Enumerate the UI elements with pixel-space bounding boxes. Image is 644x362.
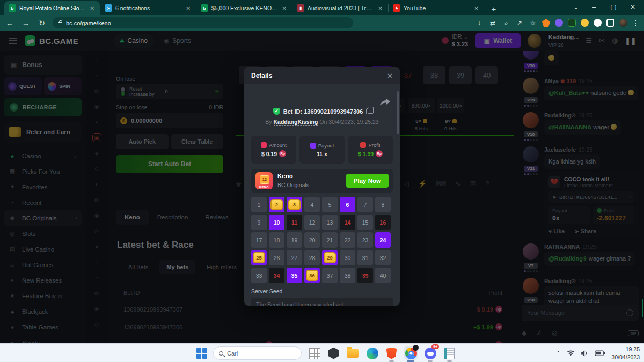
keno-cell-40[interactable]: 40 [375, 268, 391, 283]
taskbar-stats-app[interactable] [308, 346, 321, 360]
minimize-button[interactable]: – [585, 0, 603, 14]
stat-value-text: 11 x [317, 151, 327, 157]
play-now-button[interactable]: Play Now [346, 174, 389, 188]
taskbar-hexagon-app[interactable] [327, 346, 340, 360]
keno-cell-17[interactable]: 17 [251, 232, 267, 248]
translate-icon[interactable]: ⇄ [488, 19, 497, 27]
taskbar-notepad[interactable] [443, 346, 456, 360]
taskbar-file-explorer[interactable] [346, 346, 360, 360]
profile-avatar[interactable] [619, 19, 627, 27]
back-icon[interactable]: ← [4, 19, 15, 27]
keno-cell-10[interactable]: 10 [269, 215, 284, 230]
keno-cell-34[interactable]: 34 [269, 268, 284, 283]
keno-cell-12[interactable]: 12 [304, 215, 320, 230]
keno-cell-38[interactable]: 38 [340, 268, 355, 283]
close-window-button[interactable]: ✕ [624, 0, 642, 14]
tab-close-icon[interactable]: ✕ [377, 5, 384, 11]
browser-tab[interactable]: ➤6 notifications✕ [100, 1, 196, 15]
keno-cell-32[interactable]: 32 [375, 250, 391, 265]
keno-cell-37[interactable]: 37 [322, 268, 338, 283]
keno-cell-15[interactable]: 15 [357, 215, 373, 230]
browser-tab[interactable]: b$5,000 Exclusive KENO Prestige C✕ [196, 1, 292, 15]
purple-extension-icon[interactable] [555, 19, 563, 27]
square-extension-icon[interactable] [606, 19, 614, 27]
verified-shield-icon: ✓ [273, 108, 280, 115]
tab-close-icon[interactable]: ✕ [281, 5, 288, 11]
modal-scrollbar[interactable] [397, 91, 399, 134]
keno-cell-30[interactable]: 30 [340, 250, 355, 265]
keno-cell-29[interactable]: 29 [322, 250, 338, 265]
tab-close-icon[interactable]: ✕ [89, 5, 96, 11]
modal-share-icon[interactable] [380, 98, 390, 106]
taskbar-brave[interactable] [385, 346, 398, 360]
copy-icon[interactable] [366, 108, 371, 114]
tab-close-icon[interactable]: ✕ [473, 5, 480, 11]
taskbar-search[interactable]: Cari [213, 346, 302, 360]
stat-label-text: Payout [318, 143, 334, 149]
player-name-link[interactable]: KaddangKissing [274, 119, 318, 126]
bookmark-star-icon[interactable]: ☆ [529, 19, 537, 27]
keno-cell-19[interactable]: 19 [287, 232, 302, 248]
keno-cell-31[interactable]: 31 [357, 250, 373, 265]
key-extension-icon[interactable] [581, 19, 589, 27]
keno-cell-3[interactable]: 3 [287, 197, 302, 212]
taskbar-chrome[interactable] [404, 346, 418, 360]
keno-cell-4[interactable]: 4 [304, 197, 320, 212]
green-extension-icon[interactable] [568, 19, 576, 27]
start-button[interactable] [196, 348, 207, 359]
maximize-button[interactable]: ▢ [604, 0, 623, 14]
keno-cell-13[interactable]: 13 [322, 215, 338, 230]
browser-tab[interactable]: ▮Audiovisual.id 2023 | Trello✕ [292, 1, 388, 15]
share-icon[interactable]: ↗ [515, 19, 524, 27]
keno-cell-21[interactable]: 21 [322, 232, 338, 248]
browser-menu-icon[interactable]: ⋮ [632, 19, 640, 27]
keno-cell-7[interactable]: 7 [357, 197, 373, 212]
taskbar-edge[interactable] [365, 346, 379, 360]
keno-cell-8[interactable]: 8 [375, 197, 391, 212]
keno-cell-33[interactable]: 33 [251, 268, 267, 283]
keno-cell-25[interactable]: 25 [251, 250, 267, 265]
keno-cell-35[interactable]: 35 [287, 268, 302, 283]
tray-chevron-icon[interactable]: ⌃ [556, 350, 560, 356]
browser-tab[interactable]: bRoyal Potato Online Slot - Play o✕ [4, 1, 100, 15]
metamask-extension-icon[interactable] [542, 19, 550, 27]
keno-cell-5[interactable]: 5 [322, 197, 338, 212]
reload-icon[interactable]: ↻ [36, 19, 47, 27]
keno-cell-18[interactable]: 18 [269, 232, 284, 248]
keno-cell-14[interactable]: 14 [340, 215, 355, 230]
battery-icon[interactable] [595, 350, 605, 356]
wifi-icon[interactable] [567, 350, 575, 357]
keno-cell-20[interactable]: 20 [304, 232, 320, 248]
puzzle-extension-icon[interactable] [594, 19, 602, 27]
telegram-favicon: ➤ [105, 4, 112, 12]
keno-cell-39[interactable]: 39 [357, 268, 373, 283]
keno-cell-36[interactable]: 36 [304, 268, 320, 283]
keno-cell-23[interactable]: 23 [357, 232, 373, 248]
keno-cell-28[interactable]: 28 [304, 250, 320, 265]
keno-cell-2[interactable]: 2 [269, 197, 284, 212]
tab-search-icon[interactable]: ⌄ [567, 0, 585, 14]
new-tab-button[interactable]: + [487, 2, 500, 15]
address-bar[interactable]: bc.co/game/keno [53, 17, 353, 28]
download-icon[interactable]: ↓ [475, 19, 484, 27]
keno-cell-1[interactable]: 1 [251, 197, 267, 212]
keno-cell-27[interactable]: 27 [287, 250, 302, 265]
tab-close-icon[interactable]: ✕ [185, 5, 192, 11]
keno-cell-26[interactable]: 26 [269, 250, 284, 265]
server-seed-field[interactable]: The Seed hasn't been revealed yet [251, 298, 393, 306]
keno-cell-9[interactable]: 9 [251, 215, 267, 230]
keno-cell-22[interactable]: 22 [340, 232, 355, 248]
keno-cell-24[interactable]: 24 [375, 232, 391, 248]
forward-icon[interactable]: → [20, 19, 31, 27]
chrome-profile-badge [413, 345, 419, 351]
keno-cell-16[interactable]: 16 [375, 215, 391, 230]
zoom-icon[interactable]: ⌕ [502, 19, 510, 27]
volume-icon[interactable] [581, 350, 589, 357]
modal-close-icon[interactable]: ✕ [387, 72, 393, 80]
taskbar-clock[interactable]: 19.2530/04/2023 [611, 345, 640, 360]
keno-cell-6[interactable]: 6 [340, 197, 355, 212]
browser-tab[interactable]: YouTube✕ [389, 1, 484, 15]
stat-value: $ 0.19Rp [261, 150, 286, 157]
taskbar-discord[interactable]: 9+ [423, 346, 437, 360]
keno-cell-11[interactable]: 11 [287, 215, 302, 230]
